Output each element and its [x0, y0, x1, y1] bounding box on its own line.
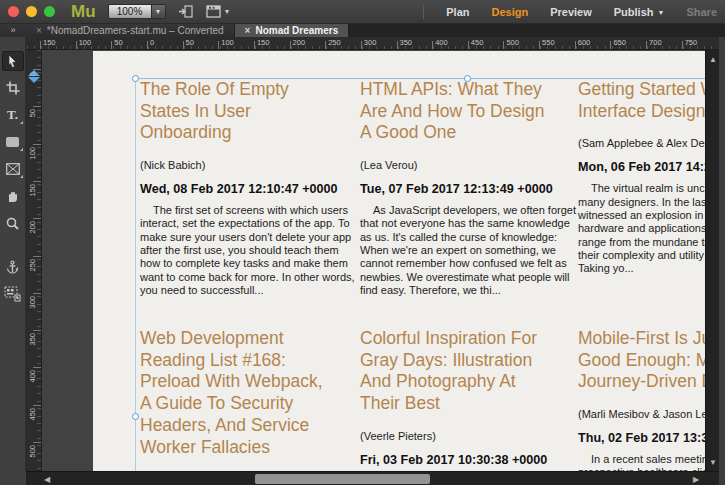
nav-publish[interactable]: Publish▼	[614, 6, 665, 18]
page[interactable]: The Role Of EmptyStates In UserOnboardin…	[93, 51, 710, 471]
ruler-tick	[147, 41, 148, 50]
zoom-level-value[interactable]: 100%	[108, 4, 152, 19]
article-5[interactable]: Colorful Inspiration ForGray Days: Illus…	[360, 328, 572, 467]
article-6[interactable]: Mobile-First Is JustGood Enough: MeetJou…	[578, 328, 710, 471]
place-file-icon	[178, 4, 194, 19]
scroll-left-arrow-icon[interactable]: ◀	[40, 472, 54, 485]
ruler-label: 50	[28, 109, 37, 117]
widget-tool[interactable]	[2, 284, 24, 304]
ruler-tick	[361, 41, 362, 50]
minimize-window-button[interactable]	[26, 6, 37, 17]
article-title: Getting Started WithInterface Design	[578, 79, 710, 122]
ruler-tick	[111, 41, 112, 50]
bottom-left-corner	[0, 471, 26, 485]
article-date: Wed, 08 Feb 2017 12:10:47 +0000	[140, 182, 352, 196]
document-tab-2[interactable]: ×Nomad Dreamers	[235, 24, 350, 37]
hand-tool[interactable]	[2, 186, 24, 206]
nav-preview[interactable]: Preview	[550, 6, 592, 18]
article-3[interactable]: Getting Started WithInterface Design(Sam…	[578, 79, 710, 275]
rectangle-tool[interactable]	[2, 132, 24, 152]
close-window-button[interactable]	[8, 6, 19, 17]
text-tool[interactable]: T.	[2, 105, 24, 125]
ruler-label: 500	[506, 38, 519, 47]
ruler-label: 100	[79, 38, 92, 47]
article-body: The virtual realm is unchartedmany desig…	[578, 182, 710, 275]
ruler-tick	[432, 41, 433, 50]
horizontal-ruler[interactable]: 1501005005010015020025030035040045050055…	[26, 37, 719, 50]
article-body: As JavaScript developers, we often forge…	[360, 204, 572, 297]
ruler-tick	[646, 41, 647, 50]
ruler-label: 350	[28, 333, 37, 346]
ruler-label: 100	[221, 38, 234, 47]
article-1[interactable]: The Role Of EmptyStates In UserOnboardin…	[140, 79, 352, 297]
ruler-tick	[76, 41, 77, 50]
nav-design[interactable]: Design	[491, 6, 528, 18]
article-title: HTML APIs: What TheyAre And How To Desig…	[360, 79, 572, 144]
ruler-tick	[33, 256, 42, 257]
tab-close-icon[interactable]: ×	[36, 25, 42, 36]
article-4[interactable]: Web DevelopmentReading List #168:Preload…	[140, 328, 352, 458]
ruler-label: 150	[257, 38, 270, 47]
ruler-label: 200	[293, 38, 306, 47]
ruler-tick	[33, 330, 42, 331]
ruler-label: 400	[435, 38, 448, 47]
rectangle-frame-tool[interactable]	[2, 159, 24, 179]
canvas-area[interactable]: The Role Of EmptyStates In UserOnboardin…	[42, 50, 719, 471]
ruler-label: 200	[28, 221, 37, 234]
states-panel-caret-icon: ▼	[224, 8, 231, 15]
article-date: Thu, 02 Feb 2017 13:36	[578, 431, 710, 445]
article-2[interactable]: HTML APIs: What TheyAre And How To Desig…	[360, 79, 572, 297]
selection-handle-top-center[interactable]	[464, 75, 471, 82]
ruler-label: 100	[28, 147, 37, 160]
collapse-dock-button[interactable]: »	[0, 24, 26, 37]
ruler-label: 50	[186, 38, 194, 47]
selection-tool[interactable]	[2, 51, 24, 71]
scroll-down-arrow-icon[interactable]: ▼	[706, 455, 719, 469]
ruler-tick	[33, 181, 42, 182]
ruler-tick	[40, 41, 41, 50]
ruler-tick	[218, 41, 219, 50]
tool-flyout-icon	[20, 175, 23, 178]
nav-plan[interactable]: Plan	[446, 6, 469, 18]
selection-handle-top-left[interactable]	[132, 75, 139, 82]
publish-caret-icon: ▼	[657, 9, 664, 16]
anchor-tool[interactable]	[2, 257, 24, 277]
zoom-level-dropdown[interactable]: ▼	[152, 4, 166, 19]
ruler-label: 750	[685, 38, 698, 47]
tab-label: *NomadDreamers-start.mu – Converted	[47, 25, 224, 36]
scroll-right-arrow-icon[interactable]: ▶	[689, 472, 703, 485]
ruler-tick	[183, 41, 184, 50]
tab-close-icon[interactable]: ×	[245, 25, 251, 36]
zoom-tool-icon	[6, 217, 19, 230]
zoom-window-button[interactable]	[44, 6, 55, 17]
ruler-label: 50	[114, 38, 122, 47]
horizontal-scrollbar[interactable]: ◀ ▶	[26, 471, 719, 485]
ruler-tick	[33, 69, 42, 70]
ruler-label: 350	[400, 38, 413, 47]
horizontal-scroll-thumb[interactable]	[255, 474, 430, 484]
zoom-tool[interactable]	[2, 213, 24, 233]
article-author: (Sam Applebee & Alex Deruette)	[578, 137, 710, 149]
ruler-tick	[33, 218, 42, 219]
ruler-tick	[503, 41, 504, 50]
vertical-ruler[interactable]: 050100150200250300350400450500550	[26, 50, 42, 471]
ruler-label: 500	[28, 445, 37, 458]
selection-handle-left-middle[interactable]	[132, 413, 139, 420]
place-file-button[interactable]	[178, 4, 194, 19]
article-title: The Role Of EmptyStates In UserOnboardin…	[140, 79, 352, 144]
scroll-up-arrow-icon[interactable]: ▲	[706, 52, 719, 66]
ruler-label: 300	[364, 38, 377, 47]
crop-tool[interactable]	[2, 78, 24, 98]
ruler-label: 250	[328, 38, 341, 47]
ruler-label: 400	[28, 370, 37, 383]
ruler-tick	[254, 41, 255, 50]
ruler-tick	[33, 405, 42, 406]
ruler-label: 0	[28, 72, 37, 76]
muse-logo: Mu	[71, 2, 96, 22]
window-controls	[8, 6, 55, 17]
vertical-scrollbar[interactable]: ▲ ▼	[705, 50, 719, 471]
rectangle-frame-tool-icon	[6, 163, 20, 175]
states-panel-button[interactable]: ▼	[206, 5, 231, 19]
zoom-level-control[interactable]: 100% ▼	[108, 4, 166, 19]
document-tab-1[interactable]: ×*NomadDreamers-start.mu – Converted	[26, 24, 235, 37]
